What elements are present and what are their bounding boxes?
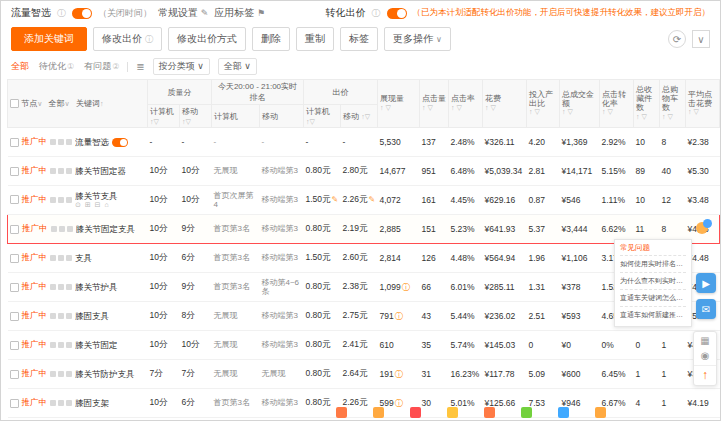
table-row[interactable]: 推广中 膝关节固定器 ⊙ ⊞ ⊟ ⌂ 10分 1 [8,157,720,186]
sort-filter-icons[interactable]: ↑ ▽ [662,113,683,121]
keyword-tool-icons[interactable] [50,400,72,406]
filter-tab[interactable]: 有问题② [84,60,119,73]
row-checkbox[interactable] [10,167,19,176]
sort-filter-icons[interactable]: ↑ ▽ [688,108,717,116]
filter-tab[interactable]: 待优化① [39,60,74,73]
keyword-toggle[interactable] [112,138,128,147]
info-icon[interactable]: ⓘ [372,7,381,20]
sort-filter-icons[interactable]: ↑ ▽ [562,108,597,116]
metric-column-header[interactable]: 投入产出比 ↑ ▽ [527,80,560,128]
metric-column-header[interactable]: 总成交金额 ↑ ▽ [560,80,600,128]
warning-icon[interactable]: ⓘ [395,370,403,379]
toolbar-button[interactable]: 删除 ⓘ ∨ [252,27,290,51]
sub-column-header[interactable]: 移动 ↑▽ [260,105,304,128]
help-link[interactable]: 直通车关键词怎么优化 [620,290,686,307]
edit-bid-icon[interactable]: ✎ [369,195,376,204]
metric-column-header[interactable]: 点击率 ↑ ▽ [449,80,483,128]
floating-action-button[interactable]: ▶ [696,273,716,293]
general-settings-link[interactable]: 常规设置 ✎ [158,6,208,20]
metric-column-header[interactable]: 花费 ↑ ▽ [483,80,527,128]
help-link[interactable]: 如何使用实时排名功能 [620,256,686,273]
keyword-tool-icons[interactable] [50,139,72,145]
conversion-bid-toggle[interactable] [387,8,407,19]
sort-filter-icons[interactable]: ↑ ▽ [602,108,631,116]
sub-column-header[interactable]: 计算机 ↑▽ [304,105,341,128]
sort-filter-icons[interactable]: ↑ ▽ [485,104,524,112]
scope-select[interactable]: 全部 ∨ [218,58,257,75]
table-row[interactable]: 推广中 膝关节固定支具 ⊙ ⊞ ⊟ ⌂ 10分 [8,215,720,244]
apply-tag-link[interactable]: 应用标签 ⚑ [214,6,265,20]
keyword-tool-icons[interactable] [51,226,73,232]
keyword-label[interactable]: 支具 [75,253,92,263]
info-icon[interactable]: ⓘ [57,7,66,20]
table-row[interactable]: 推广中 膝关节防护支具 ⊙ ⊞ ⊟ ⌂ 7分 7 [8,360,720,389]
metric-column-header[interactable]: 总收藏件数 ↑ ▽ [634,80,660,128]
footer-icon[interactable] [521,407,532,418]
table-row[interactable]: 推广中 支具 ⊙ ⊞ ⊟ ⌂ 10分 6分 [8,244,720,273]
keyword-tool-icons[interactable] [50,168,72,174]
back-to-top-button[interactable]: ↑ [694,365,716,382]
sort-filter-icons[interactable]: ↑▽ [182,118,191,125]
collapse-button[interactable]: ∨ [692,30,710,48]
footer-icon[interactable] [410,407,421,418]
metric-column-header[interactable]: 平均点击花费 ↑ ▽ [686,80,720,128]
keyword-tool-icons[interactable] [50,284,72,290]
metric-column-header[interactable]: 总购物车数 ↑ ▽ [660,80,686,128]
footer-icon[interactable] [373,407,384,418]
add-keyword-button[interactable]: 添加关键词 [11,27,87,51]
keyword-tool-icons[interactable] [50,197,72,203]
node-filter-dropdown[interactable]: 节点∨ [21,99,42,108]
keyword-label[interactable]: 膝关节支具 [75,191,118,201]
footer-icon[interactable] [484,407,495,418]
keyword-label[interactable]: 膝关节防护支具 [75,369,135,379]
toolbar-button[interactable]: 修改出价 ⓘ ∨ [93,27,162,51]
toolbar-button[interactable]: 重制 ⓘ ∨ [296,27,334,51]
keyword-label[interactable]: 膝关节固定支具 [76,224,136,234]
keyword-sub-icons[interactable]: ⊙ ⊞ ⊟ ⌂ [75,201,118,209]
metric-column-header[interactable]: 点击量 ↑ ▽ [420,80,449,128]
table-row[interactable]: 推广中 流量智选 ⊙ ⊞ ⊟ ⌂ - - [8,128,720,157]
row-checkbox[interactable] [10,341,19,350]
keyword-tool-icons[interactable] [50,313,72,319]
sub-column-header[interactable]: 移动 ↑▽ [180,105,212,128]
metric-column-header[interactable]: 展现量 ↑ ▽ [378,80,420,128]
sub-column-header[interactable]: 计算机 ↑▽ [212,105,260,128]
keyword-tool-icons[interactable] [50,255,72,261]
list-sort-icon[interactable]: ≣ [136,61,144,72]
table-row[interactable]: 推广中 膝关节护具 ⊙ ⊞ ⊟ ⌂ 10分 9分 [8,273,720,302]
widget-icon[interactable]: ◉ [701,350,710,361]
keyword-tool-icons[interactable] [50,342,72,348]
footer-icon[interactable] [595,407,606,418]
row-checkbox[interactable] [10,195,19,204]
keyword-label[interactable]: 膝固支架 [75,398,109,408]
mascot-icon[interactable] [696,219,712,235]
scope-filter-dropdown[interactable]: 全部∨ [49,99,70,108]
metric-column-header[interactable]: 点击转化率 ↑ ▽ [600,80,634,128]
smart-traffic-toggle[interactable] [72,8,92,19]
sub-column-header[interactable]: 计算机 ↑▽ [148,105,180,128]
select-all-checkbox[interactable] [10,99,19,108]
table-row[interactable]: 推广中 膝关节固定 ⊙ ⊞ ⊟ ⌂ 10分 10 [8,331,720,360]
sort-filter-icons[interactable]: ↑ ▽ [422,104,446,112]
footer-icon[interactable] [336,407,347,418]
row-checkbox[interactable] [10,283,19,292]
row-checkbox[interactable] [10,312,19,321]
toolbar-button[interactable]: 修改出价方式 ⓘ ∨ [168,27,246,51]
help-link[interactable]: 直通车如何新建推广计划? [620,307,686,323]
table-row[interactable]: 推广中 膝固支具 ⊙ ⊞ ⊟ ⌂ 10分 8分 [8,302,720,331]
table-row[interactable]: 推广中 膝关节支具 ⊙ ⊞ ⊟ ⌂ 10分 10 [8,186,720,215]
footer-icon[interactable] [447,407,458,418]
refresh-button[interactable]: ⟳ [668,30,686,48]
edit-bid-icon[interactable]: ✎ [332,195,339,204]
row-checkbox[interactable] [10,138,19,147]
filter-tab[interactable]: 全部 [11,60,29,73]
toolbar-button[interactable]: 标签 ⓘ ∨ [340,27,378,51]
sub-column-header[interactable]: 移动 ↑▽ [341,105,378,128]
keyword-label[interactable]: 膝固支具 [75,311,109,321]
widget-icon[interactable]: ▦ [700,335,709,346]
row-checkbox[interactable] [10,399,19,408]
category-select[interactable]: 按分类项 ∨ [153,58,210,75]
row-checkbox[interactable] [10,225,19,234]
sort-filter-icons[interactable]: ↑ ▽ [380,104,417,112]
help-link[interactable]: 为什么查不到实时排名 [620,273,686,290]
